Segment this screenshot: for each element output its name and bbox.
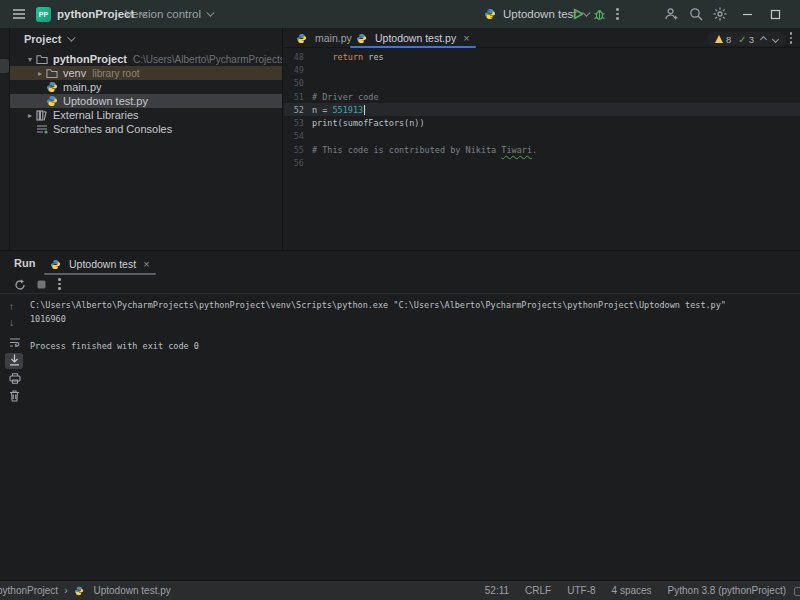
run-button[interactable] (572, 0, 584, 28)
clear-console-button[interactable] (9, 390, 20, 402)
line-number[interactable]: 56 (284, 158, 308, 168)
line-ending-widget[interactable]: CRLF (525, 585, 551, 596)
chevron-right-icon[interactable]: ▸ (34, 69, 46, 78)
tree-item-pythonproject[interactable]: ▾pythonProjectC:\Users\Alberto\PycharmPr… (10, 52, 282, 66)
interpreter-widget[interactable]: Python 3.8 (pythonProject) (668, 585, 786, 596)
code-text: n = 551913 (308, 105, 365, 116)
code-with-me-button[interactable] (664, 0, 679, 28)
typos-indicator[interactable]: ✓ 3 (738, 34, 754, 45)
code-line-54[interactable]: 54 (284, 130, 800, 143)
warnings-indicator[interactable]: 8 (715, 34, 731, 45)
settings-button[interactable] (713, 0, 727, 28)
console-line (30, 326, 796, 340)
console-options-button[interactable] (58, 278, 61, 290)
line-number[interactable]: 54 (284, 131, 308, 141)
tree-item-uptodown-test-py[interactable]: Uptodown test.py (10, 94, 282, 108)
tab-uptodown-test-py[interactable]: Uptodown test.py × (346, 28, 480, 48)
kebab-menu-icon (790, 32, 793, 44)
scroll-to-end-button[interactable] (9, 354, 20, 366)
python-file-icon (50, 259, 64, 270)
external-libraries-icon (36, 110, 50, 121)
chevron-right-icon[interactable]: ▸ (24, 111, 36, 120)
tree-item-scratches-and-consoles[interactable]: Scratches and Consoles (10, 122, 282, 136)
rerun-icon (14, 279, 26, 291)
close-tab-icon[interactable]: × (463, 32, 469, 44)
code-line-51[interactable]: 51# Driver code (284, 90, 800, 103)
inspections-widget[interactable]: 8 ✓ 3 (707, 32, 786, 46)
status-bar: pythonProject › Uptodown test.py 52:11 C… (0, 580, 800, 600)
maximize-window-button[interactable] (770, 0, 781, 28)
code-line-48[interactable]: 48 return res (284, 50, 800, 63)
typo-check-icon: ✓ (738, 34, 746, 45)
line-number[interactable]: 55 (284, 145, 308, 155)
code-token (312, 52, 332, 62)
search-everywhere-button[interactable] (689, 0, 703, 28)
code-line-56[interactable]: 56 (284, 156, 800, 169)
chevron-down-icon[interactable]: ▾ (24, 55, 36, 64)
code-token: res (363, 52, 383, 62)
scroll-to-end-icon (9, 354, 20, 366)
project-panel-header[interactable]: Project (24, 28, 73, 49)
line-number[interactable]: 53 (284, 118, 308, 128)
project-tree: ▾pythonProjectC:\Users\Alberto\PycharmPr… (10, 52, 282, 136)
printer-icon (9, 373, 21, 384)
tree-item-sublabel: C:\Users\Alberto\PycharmProjects\pythonP… (133, 54, 282, 65)
tab-options-button[interactable] (790, 32, 793, 44)
python-file-icon (74, 586, 88, 596)
line-number[interactable]: 52 (284, 105, 308, 115)
breadcrumb-project[interactable]: pythonProject (0, 585, 58, 596)
rerun-button[interactable] (14, 279, 26, 291)
line-number[interactable]: 48 (284, 52, 308, 62)
python-file-icon (46, 95, 60, 107)
breadcrumb-file[interactable]: Uptodown test.py (94, 585, 171, 596)
code-editor[interactable]: 48 return res495051# Driver code52n = 55… (284, 48, 800, 250)
run-tab-uptodown-test[interactable]: Uptodown test × (42, 253, 158, 275)
search-icon (689, 7, 703, 21)
debug-button[interactable] (593, 0, 606, 28)
code-line-55[interactable]: 55# This code is contributed by Nikita T… (284, 143, 800, 156)
chevron-down-icon (67, 33, 75, 41)
tree-item-main-py[interactable]: main.py (10, 80, 282, 94)
breadcrumb[interactable]: pythonProject › Uptodown test.py (0, 585, 171, 596)
main-menu-button[interactable] (12, 0, 26, 28)
line-number[interactable]: 50 (284, 78, 308, 88)
code-line-49[interactable]: 49 (284, 63, 800, 76)
code-line-53[interactable]: 53print(sumofFactors(n)) (284, 117, 800, 130)
project-panel-title: Project (24, 33, 61, 45)
print-button[interactable] (9, 373, 21, 384)
code-token: 551913 (332, 105, 363, 115)
code-line-52[interactable]: 52n = 551913 (284, 103, 800, 116)
indent-widget[interactable]: 4 spaces (612, 585, 652, 596)
encoding-widget[interactable]: UTF-8 (567, 585, 595, 596)
notifications-icon[interactable] (794, 587, 800, 596)
caret-position-widget[interactable]: 52:11 (485, 585, 509, 596)
minimize-window-button[interactable] (742, 0, 753, 28)
close-tab-icon[interactable]: × (143, 258, 149, 270)
scratches-icon (36, 124, 50, 135)
line-number[interactable]: 49 (284, 65, 308, 75)
stop-button[interactable] (36, 279, 47, 290)
minimize-icon (742, 9, 753, 20)
scroll-up-icon[interactable]: ↑ (9, 301, 14, 312)
run-panel-title: Run (14, 257, 35, 269)
code-token: # Driver code (312, 92, 379, 102)
next-problem-icon[interactable] (772, 35, 779, 42)
tree-item-label: Uptodown test.py (63, 95, 148, 107)
tree-item-label: venv (63, 67, 86, 79)
line-number[interactable]: 51 (284, 92, 308, 102)
more-actions-button[interactable] (616, 0, 619, 28)
tree-item-external-libraries[interactable]: ▸External Libraries (10, 108, 282, 122)
tree-item-label: main.py (63, 81, 102, 93)
code-line-50[interactable]: 50 (284, 77, 800, 90)
text-cursor (364, 105, 366, 115)
kebab-menu-icon (58, 278, 61, 290)
project-stripe-button[interactable] (0, 59, 9, 73)
console-output[interactable]: C:\Users\Alberto\PycharmProjects\pythonP… (30, 299, 796, 353)
tree-item-venv[interactable]: ▸venvlibrary root (10, 66, 282, 80)
soft-wrap-button[interactable] (9, 337, 21, 348)
previous-problem-icon[interactable] (760, 35, 767, 42)
gear-icon (713, 7, 727, 21)
vcs-widget-button[interactable]: Version control (125, 0, 212, 28)
chevron-down-icon (206, 8, 214, 16)
scroll-down-icon[interactable]: ↓ (9, 317, 14, 328)
